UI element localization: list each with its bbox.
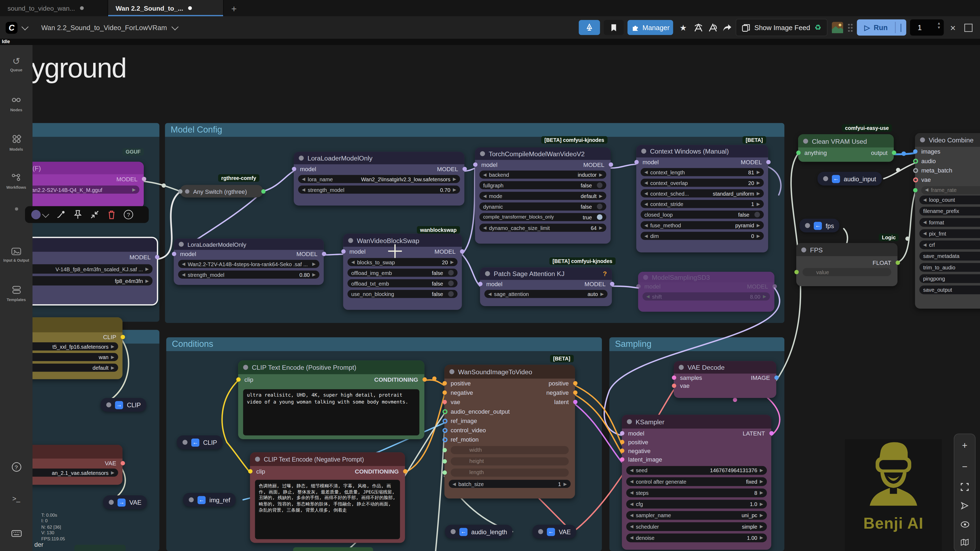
workflow-compare-icon-1[interactable] [693,22,704,33]
tab-sound-to-video[interactable]: sound_to_video_wan... [0,0,108,16]
comfyui-logo[interactable]: C [6,22,18,33]
widget-dynamo-cache-size-limit[interactable]: ◀dynamo_cache_size_limit64▶ [479,224,606,232]
get-node-fps[interactable]: ←fps [799,219,840,232]
widget-dynamic[interactable]: dynamicfalse [479,202,606,211]
node-lora-loader-1[interactable]: LoraLoaderModelOnly modelMODEL ◀lora_nam… [294,152,465,205]
widget-closed-loop[interactable]: closed_loopfalse [641,211,764,219]
node-unet-loader-gguf[interactable]: (F) MODEL Wan2.2-S2V-14B-Q4_K_M.gguf▶ [19,162,143,208]
output-port-conditioning[interactable] [403,469,407,473]
widget-compile-transformer-blocks-only[interactable]: compile_transformer_blocks_onlytrue [479,213,606,221]
widget-control-after-generate[interactable]: ◀control after generatefixed▶ [626,477,767,486]
increment-icon[interactable]: ▲ [937,21,941,25]
output-port-conditioning[interactable] [422,377,426,381]
output-port-negative[interactable] [573,391,577,395]
widget-lora-name[interactable]: ◀lora_nameWan2_2\Insatgirlv2.3_low.safet… [298,175,460,183]
widget-unet-name[interactable]: Wan2.2-S2V-14B-Q4_K_M.gguf▶ [23,186,140,194]
widget-strength-model[interactable]: ◀strength_model0.70▶ [298,186,460,194]
widget-format[interactable]: ◀format [919,218,980,227]
output-port-model[interactable] [609,282,614,286]
toggle-off[interactable] [448,270,454,275]
node-model-sampling-sd3[interactable]: ModelSamplingSD3 modelMODEL ◀shift8.00▶ [638,272,775,312]
widget-fullgraph[interactable]: fullgraphfalse [479,181,606,189]
drag-handle[interactable] [847,23,853,32]
toggle-off[interactable] [597,182,602,188]
widget-fuse-method[interactable]: ◀fuse_methodpyramid▶ [641,221,764,229]
node-video-combine[interactable]: Video Combine images audio meta_batch va… [915,133,980,308]
output-port-model[interactable] [155,254,159,259]
widget-context-schedule[interactable]: ◀context_sched...standard_uniform▶ [641,189,764,197]
output-port-positive[interactable] [573,381,577,386]
share-icon[interactable] [722,23,732,32]
toggle-off[interactable] [448,281,454,286]
widget-crf[interactable]: ◀crf [919,241,980,249]
get-node-vae[interactable]: ←VAE [533,525,577,538]
widget-frame-rate[interactable]: ◀frame_rate [921,186,980,194]
node-clean-vram-used[interactable]: Clean VRAM Used anythingoutput [798,135,894,162]
widget-save-metadata[interactable]: save_metadata [919,252,980,260]
widget-dim[interactable]: ◀dim0▶ [641,232,764,240]
minimap-icon[interactable] [961,539,969,546]
output-port-model[interactable] [766,160,770,164]
widget-steps[interactable]: ◀steps8▶ [626,488,767,497]
sidebar-item-templates[interactable]: Templates [0,286,32,302]
tab-wan22-sound-to[interactable]: Wan 2.2_Sound_to_... [108,0,224,16]
widget-context-length[interactable]: ◀context_length81▶ [641,168,764,176]
node-vae-decode[interactable]: VAE Decode samplesIMAGE vae [674,361,776,398]
node-graph-canvas[interactable]: yground Model Config Conditions Sampling [0,39,980,551]
output-port-clip[interactable] [120,335,125,339]
workflow-name-dropdown[interactable]: Wan 2.2_Sound_to_Video_ForLowVRam [41,24,178,31]
node-clip-text-encode-negative[interactable]: CLIP Text Encode (Negative Prompt) clipC… [250,452,405,543]
widget-pix-fmt[interactable]: ◀pix_fmt [919,229,980,238]
widget-use-non-blocking[interactable]: use_non_blockingfalse [347,290,458,298]
widget-sampler-name[interactable]: ◀sampler_nameuni_pc▶ [626,511,767,520]
widget-strength-model[interactable]: ◀strength_model0.80▶ [178,270,319,279]
output-port-model[interactable] [462,167,466,171]
widget-mode[interactable]: ◀modedefault▶ [479,192,606,200]
node-wan-sound-image-to-video[interactable]: WanSoundImageToVideo positivepositive ne… [444,365,575,499]
widget-batch-size[interactable]: ◀batch_size1▶ [449,480,571,488]
widget-denoise[interactable]: ◀denoise1.00▶ [626,534,767,542]
tab-unsaved-dot[interactable] [80,6,84,10]
prompt-textarea[interactable]: 色调艳丽, 过曝, 静态, 细节模糊不清, 字幕, 风格, 作品, 画作, 画面… [255,480,400,539]
output-port-vae[interactable] [120,461,125,465]
node-any-switch[interactable]: Any Switch (rgthree) [180,185,263,197]
node-wanvideo-blockswap[interactable]: WanVideoBlockSwap modelMODEL ◀blocks_to_… [343,234,462,310]
widget-width[interactable]: width [450,446,569,454]
fit-view-icon[interactable] [961,483,969,491]
input-port[interactable] [180,189,182,193]
widget-filename-prefix[interactable]: filename_prefix [919,207,980,216]
output-port-model[interactable] [460,249,464,253]
widget-seed[interactable]: ◀seed1467674964131376▶ [626,466,767,475]
widget-context-overlap[interactable]: ◀context_overlap20▶ [641,179,764,187]
set-node-clip[interactable]: →CLIP [101,398,146,412]
toggle-on[interactable] [597,214,602,220]
manager-button[interactable]: Manager [627,20,673,35]
node-color-picker[interactable] [31,210,48,219]
sidebar-item-models[interactable]: Models [0,135,32,151]
workflow-compare-icon-2[interactable] [708,22,718,33]
decrement-icon[interactable]: ▼ [937,25,941,29]
widget-loop-count[interactable]: ◀loop_count [919,195,980,205]
node-patch-sage-attention[interactable]: Patch Sage Attention KJ? modelMODEL ◀sag… [480,267,612,306]
run-options-chevron[interactable] [896,24,907,31]
close-icon[interactable]: × [948,22,958,33]
bypass-icon[interactable] [56,210,65,219]
node-lora-loader-2[interactable]: LoraLoaderModelOnly modelMODEL ◀Wan2.2-T… [173,239,323,285]
toggle-off[interactable] [448,291,454,297]
output-port[interactable] [892,150,896,154]
get-node-clip[interactable]: ←CLIP [177,435,223,449]
output-port-model[interactable] [609,162,613,167]
output-port-model[interactable] [772,284,776,289]
widget-lora-name[interactable]: ◀Wan2.2-T2V-A14B-4steps-lora-rank64-Seko… [178,260,319,268]
output-port-image[interactable] [774,376,778,380]
widget-offload-txt-emb[interactable]: offload_txt_embfalse [347,279,458,287]
widget-offload-img-emb[interactable]: offload_img_embfalse [347,268,458,277]
sidebar-item-workflows[interactable]: Workflows [0,173,32,189]
last-image-thumbnail[interactable] [831,21,844,34]
toggle-off[interactable] [754,212,760,218]
bookmark-button[interactable] [604,20,624,35]
widget-blocks-to-swap[interactable]: ◀blocks_to_swap20▶ [347,258,458,266]
node-ksampler[interactable]: KSampler modelLATENT positive negative l… [622,415,771,550]
toggle-off[interactable] [597,204,602,209]
new-tab-button[interactable]: + [224,0,244,16]
